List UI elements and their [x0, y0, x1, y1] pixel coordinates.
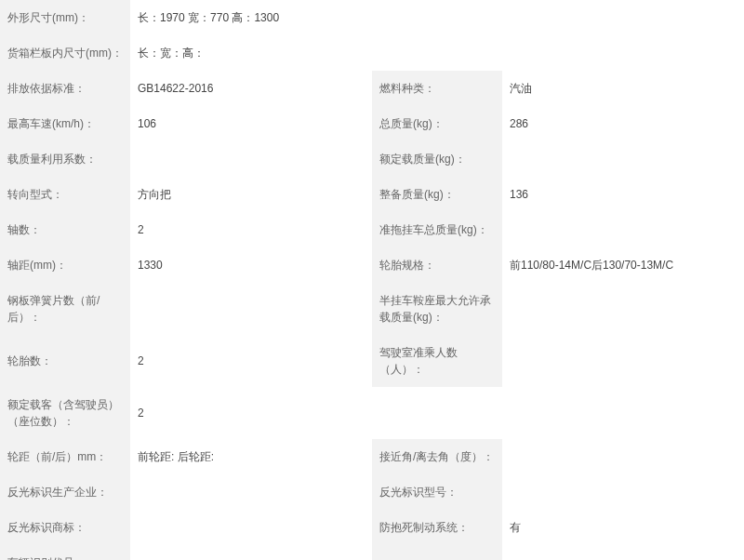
table-row: 反光标识生产企业：反光标识型号：	[0, 474, 744, 510]
table-row: 载质量利用系数：额定载质量(kg)：	[0, 141, 744, 177]
spec-value	[502, 335, 744, 387]
table-row: 钢板弹簧片数（前/后）：半挂车鞍座最大允许承载质量(kg)：	[0, 283, 744, 335]
spec-value: 汽油	[502, 71, 744, 106]
spec-value: 1330	[130, 247, 372, 283]
table-row: 货箱栏板内尺寸(mm)：长：宽：高：	[0, 35, 744, 71]
spec-label: 驾驶室准乘人数（人）：	[372, 335, 502, 387]
table-row: 车辆识别代号（VIN）：LLCVTJWA×××××××××前悬/后悬(mm)：	[0, 545, 744, 560]
spec-value: 方向把	[130, 177, 372, 212]
spec-value: 2	[130, 335, 372, 387]
spec-label: 总质量(kg)：	[372, 106, 502, 141]
spec-value	[502, 212, 744, 247]
spec-label: 钢板弹簧片数（前/后）：	[0, 283, 130, 335]
spec-label: 外形尺寸(mm)：	[0, 0, 130, 35]
table-row: 反光标识商标：防抱死制动系统：有	[0, 510, 744, 545]
spec-label: 燃料种类：	[372, 71, 502, 106]
spec-value: 有	[502, 510, 744, 545]
table-row: 轮胎数：2驾驶室准乘人数（人）：	[0, 335, 744, 387]
spec-label: 整备质量(kg)：	[372, 177, 502, 212]
spec-value	[130, 141, 372, 177]
spec-label: 最高车速(km/h)：	[0, 106, 130, 141]
spec-label: 反光标识型号：	[372, 474, 502, 510]
table-row: 外形尺寸(mm)：长：1970 宽：770 高：1300	[0, 0, 744, 35]
spec-value: 长：1970 宽：770 高：1300	[130, 0, 744, 35]
spec-value: 286	[502, 106, 744, 141]
spec-label: 轮距（前/后）mm：	[0, 439, 130, 474]
spec-label: 防抱死制动系统：	[372, 510, 502, 545]
spec-label: 额定载质量(kg)：	[372, 141, 502, 177]
spec-label: 半挂车鞍座最大允许承载质量(kg)：	[372, 283, 502, 335]
spec-value: 长：宽：高：	[130, 35, 744, 71]
spec-value	[502, 545, 744, 560]
spec-value	[502, 474, 744, 510]
table-row: 排放依据标准：GB14622-2016燃料种类：汽油	[0, 71, 744, 106]
table-row: 额定载客（含驾驶员）（座位数）：2	[0, 387, 744, 439]
spec-label: 排放依据标准：	[0, 71, 130, 106]
spec-value: 106	[130, 106, 372, 141]
table-row: 最高车速(km/h)：106总质量(kg)：286	[0, 106, 744, 141]
spec-value	[502, 283, 744, 335]
spec-value: 2	[130, 212, 372, 247]
spec-label: 接近角/离去角（度）：	[372, 439, 502, 474]
spec-value: 前轮距: 后轮距:	[130, 439, 372, 474]
spec-value	[502, 141, 744, 177]
spec-label: 货箱栏板内尺寸(mm)：	[0, 35, 130, 71]
table-row: 轴数：2准拖挂车总质量(kg)：	[0, 212, 744, 247]
spec-value	[502, 439, 744, 474]
table-row: 转向型式：方向把整备质量(kg)：136	[0, 177, 744, 212]
spec-value: 前110/80-14M/C后130/70-13M/C	[502, 247, 744, 283]
spec-value	[130, 283, 372, 335]
spec-label: 前悬/后悬(mm)：	[372, 545, 502, 560]
spec-value: GB14622-2016	[130, 71, 372, 106]
spec-label: 载质量利用系数：	[0, 141, 130, 177]
spec-label: 准拖挂车总质量(kg)：	[372, 212, 502, 247]
spec-label: 反光标识生产企业：	[0, 474, 130, 510]
spec-label: 轴距(mm)：	[0, 247, 130, 283]
spec-value	[130, 474, 372, 510]
spec-label: 轮胎规格：	[372, 247, 502, 283]
spec-label: 车辆识别代号（VIN）：	[0, 545, 130, 560]
table-row: 轮距（前/后）mm：前轮距: 后轮距:接近角/离去角（度）：	[0, 439, 744, 474]
spec-value: LLCVTJWA×××××××××	[130, 545, 372, 560]
spec-value	[130, 510, 372, 545]
table-row: 轴距(mm)：1330轮胎规格：前110/80-14M/C后130/70-13M…	[0, 247, 744, 283]
spec-value: 136	[502, 177, 744, 212]
spec-label: 反光标识商标：	[0, 510, 130, 545]
spec-label: 额定载客（含驾驶员）（座位数）：	[0, 387, 130, 439]
spec-table: 外形尺寸(mm)：长：1970 宽：770 高：1300货箱栏板内尺寸(mm)：…	[0, 0, 744, 560]
spec-label: 轴数：	[0, 212, 130, 247]
spec-value: 2	[130, 387, 744, 439]
spec-label: 转向型式：	[0, 177, 130, 212]
spec-label: 轮胎数：	[0, 335, 130, 387]
